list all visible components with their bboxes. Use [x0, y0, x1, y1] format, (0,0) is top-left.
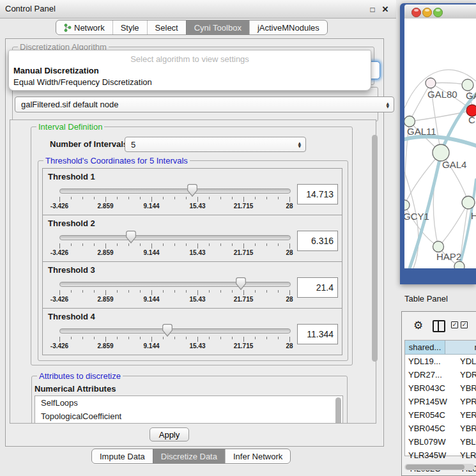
table-row[interactable]: YLR345WYLR3 — [405, 449, 476, 462]
tick-mark — [163, 197, 164, 199]
tick-label: 28 — [286, 249, 293, 256]
zoom-traffic-light-icon[interactable] — [433, 8, 443, 17]
attribute-list-item[interactable]: BetweennessCentrality — [35, 423, 342, 424]
slider-track[interactable] — [59, 282, 291, 287]
network-node-hap2[interactable] — [433, 242, 444, 252]
threshold-value-field[interactable]: 14.713 — [297, 184, 338, 204]
tick-mark — [151, 243, 152, 249]
apply-button[interactable]: Apply — [150, 427, 189, 441]
table-row[interactable]: YDR27...YDR2 — [405, 368, 476, 381]
number-of-intervals-combobox[interactable]: 5 ▲▼ — [125, 137, 306, 152]
slider-track[interactable] — [59, 328, 291, 334]
tick-label: 15.43 — [189, 249, 205, 256]
tick-mark — [105, 243, 106, 249]
table-row[interactable]: YDL19...YDL1 — [405, 355, 476, 368]
threshold-value-field[interactable]: 21.4 — [297, 277, 338, 298]
cell-shared-name[interactable]: YBR043C — [408, 381, 445, 395]
tab-infer-network[interactable]: Infer Network — [225, 449, 290, 463]
tick-mark — [289, 243, 290, 249]
cell-name[interactable]: YBR0 — [460, 381, 476, 395]
close-traffic-light-icon[interactable] — [411, 8, 421, 17]
tick-mark — [82, 337, 83, 339]
network-node-gcy1[interactable] — [404, 200, 410, 210]
slider-tick-labels: -3.4262.8599.14415.4321.71528 — [59, 342, 289, 350]
tick-label: 15.43 — [189, 296, 205, 303]
cell-name[interactable]: YBR0 — [460, 422, 476, 435]
interval-definition-title: Interval Definition — [36, 122, 104, 132]
tab-jactivemnodules[interactable]: jActiveMNodules — [249, 20, 327, 35]
cell-shared-name[interactable]: YDR27... — [408, 368, 442, 381]
edge-path[interactable] — [438, 203, 468, 247]
table-panel-title: Table Panel — [404, 294, 448, 303]
cell-shared-name[interactable]: YER054C — [408, 408, 445, 422]
table-row[interactable]: YBL079WYBL0 — [405, 435, 476, 449]
cell-shared-name[interactable]: YBR045C — [408, 422, 445, 435]
cell-shared-name[interactable]: YDL19... — [408, 355, 441, 368]
app: Control Panel □ ✕ NetworkStyleSelectCyni… — [0, 0, 476, 476]
table-row[interactable]: YBR043CYBR0 — [405, 381, 476, 395]
tick-mark — [82, 243, 83, 246]
cell-shared-name[interactable]: YPR145W — [408, 395, 447, 408]
tab-impute-data[interactable]: Impute Data — [92, 449, 153, 463]
tab-network[interactable]: Network — [56, 20, 112, 35]
table-hscrollbar-thumb[interactable] — [406, 464, 464, 470]
tick-mark — [71, 243, 72, 246]
cell-name[interactable]: YPR1 — [460, 395, 476, 408]
tab-discretize-data[interactable]: Discretize Data — [153, 449, 225, 463]
table-data-combobox[interactable]: galFiltered.sif default node ▲▼ — [15, 96, 394, 112]
cell-name[interactable]: YLR3 — [460, 449, 476, 462]
tick-mark — [174, 337, 175, 339]
tab-select[interactable]: Select — [147, 20, 186, 35]
minimize-traffic-light-icon[interactable] — [422, 8, 432, 17]
slider-thumb[interactable] — [236, 277, 246, 290]
column-header-shared-name[interactable]: shared... — [405, 341, 445, 355]
tick-label: 2.859 — [97, 203, 113, 210]
table-row[interactable]: YBR045CYBR0 — [405, 422, 476, 435]
gear-icon[interactable]: ⚙ — [413, 319, 423, 332]
slider-thumb[interactable] — [126, 231, 136, 243]
network-node-ga[interactable] — [462, 79, 473, 91]
cell-name[interactable]: YBL0 — [460, 435, 476, 449]
cell-name[interactable]: YER0 — [460, 408, 476, 422]
slider-track[interactable] — [59, 188, 291, 194]
edge-path-highlighted[interactable] — [459, 180, 476, 266]
algorithm-dropdown-popup: Select algorithm to view settings Manual… — [8, 50, 371, 91]
slider-thumb[interactable] — [187, 184, 197, 197]
network-node[interactable] — [454, 261, 464, 268]
cell-shared-name[interactable]: YBL079W — [408, 435, 446, 449]
network-node-gal80[interactable] — [426, 78, 436, 88]
float-window-icon[interactable]: □ — [368, 5, 377, 14]
slider-thumb[interactable] — [162, 324, 173, 337]
algorithm-option-manual[interactable]: Manual Discretization — [13, 66, 366, 77]
cell-shared-name[interactable]: YLR345W — [408, 449, 446, 462]
settings-scrollbar-thumb[interactable] — [372, 135, 378, 362]
settings-scroll-area: Interval Definition Number of Intervals … — [10, 119, 376, 424]
tab-style[interactable]: Style — [112, 20, 147, 35]
threshold-value-field[interactable]: 6.316 — [297, 231, 338, 251]
threshold-value-field[interactable]: 11.344 — [297, 324, 338, 344]
threshold-row-3: Threshold 3-3.4262.8599.14415.4321.71528… — [42, 261, 342, 309]
table-row[interactable]: YPR145WYPR1 — [405, 395, 476, 408]
cell-name[interactable]: YDL1 — [460, 355, 476, 368]
table-row[interactable]: YER054CYER0 — [405, 408, 476, 422]
network-graph: GAL80GACGAL11GAL4GCY1HHAP2 — [404, 19, 476, 268]
tick-mark — [128, 197, 129, 199]
tick-label: 9.144 — [143, 342, 159, 349]
checkbox-icon[interactable]: ✓ — [451, 321, 458, 328]
column-header-name[interactable]: na — [445, 341, 476, 355]
algorithm-option-equal-width[interactable]: Equal Width/Frequency Discretization — [13, 77, 366, 89]
split-columns-icon[interactable] — [433, 320, 445, 332]
network-node-gal11[interactable] — [404, 116, 415, 127]
table-hscrollbar[interactable] — [404, 464, 475, 470]
attribute-list-item[interactable]: TopologicalCoefficient — [35, 410, 342, 423]
slider-track[interactable] — [59, 235, 291, 240]
attributes-list-scrollbar[interactable] — [335, 397, 341, 424]
network-node-h[interactable] — [462, 196, 475, 209]
tick-label: 28 — [286, 342, 293, 349]
tab-cyni-toolbox[interactable]: Cyni Toolbox — [186, 20, 249, 35]
close-icon[interactable]: ✕ — [381, 5, 390, 14]
attribute-list-item[interactable]: SelfLoops — [35, 396, 342, 410]
checkbox-icon[interactable]: ✓ — [461, 321, 468, 328]
network-canvas[interactable]: GAL80GACGAL11GAL4GCY1HHAP2 — [404, 19, 476, 268]
cell-name[interactable]: YDR2 — [460, 368, 476, 381]
